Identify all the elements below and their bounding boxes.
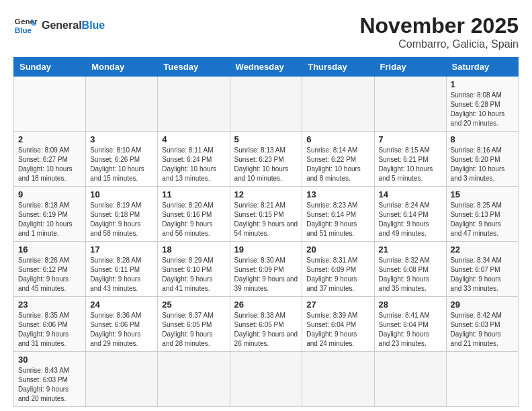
day-number: 4 <box>162 134 225 144</box>
calendar-cell: 25Sunrise: 8:37 AM Sunset: 6:05 PM Dayli… <box>158 297 230 352</box>
calendar-week-1: 2Sunrise: 8:09 AM Sunset: 6:27 PM Daylig… <box>14 132 519 187</box>
calendar-cell <box>302 77 374 132</box>
calendar-header-row: Sunday Monday Tuesday Wednesday Thursday… <box>14 58 519 77</box>
day-number: 22 <box>451 244 514 255</box>
day-info: Sunrise: 8:09 AM Sunset: 6:27 PM Dayligh… <box>18 146 81 183</box>
day-info: Sunrise: 8:15 AM Sunset: 6:21 PM Dayligh… <box>379 146 442 183</box>
calendar-cell <box>230 77 302 132</box>
day-info: Sunrise: 8:38 AM Sunset: 6:05 PM Dayligh… <box>234 311 298 349</box>
calendar-cell: 8Sunrise: 8:16 AM Sunset: 6:20 PM Daylig… <box>446 132 518 187</box>
day-number: 25 <box>162 300 225 310</box>
day-info: Sunrise: 8:32 AM Sunset: 6:08 PM Dayligh… <box>379 256 442 293</box>
calendar-week-2: 9Sunrise: 8:18 AM Sunset: 6:19 PM Daylig… <box>14 187 519 242</box>
day-number: 11 <box>162 189 225 199</box>
calendar-cell <box>446 352 518 407</box>
logo-icon: General Blue <box>13 13 38 38</box>
day-number: 26 <box>234 300 298 310</box>
header-saturday: Saturday <box>446 58 518 77</box>
day-info: Sunrise: 8:30 AM Sunset: 6:09 PM Dayligh… <box>234 256 298 293</box>
calendar-month-year: November 2025 <box>359 13 519 38</box>
calendar-cell: 2Sunrise: 8:09 AM Sunset: 6:27 PM Daylig… <box>14 132 86 187</box>
calendar-cell: 24Sunrise: 8:36 AM Sunset: 6:06 PM Dayli… <box>86 297 158 352</box>
day-info: Sunrise: 8:28 AM Sunset: 6:11 PM Dayligh… <box>90 256 153 293</box>
calendar-cell: 17Sunrise: 8:28 AM Sunset: 6:11 PM Dayli… <box>86 242 158 297</box>
day-number: 30 <box>18 355 81 365</box>
day-info: Sunrise: 8:08 AM Sunset: 6:28 PM Dayligh… <box>451 91 514 128</box>
day-info: Sunrise: 8:29 AM Sunset: 6:10 PM Dayligh… <box>162 256 225 293</box>
day-number: 17 <box>90 244 153 255</box>
calendar-cell <box>158 352 230 407</box>
day-number: 7 <box>379 134 442 144</box>
calendar-cell: 30Sunrise: 8:43 AM Sunset: 6:03 PM Dayli… <box>14 352 86 407</box>
logo-text: GeneralBlue <box>42 19 105 32</box>
calendar-cell: 7Sunrise: 8:15 AM Sunset: 6:21 PM Daylig… <box>374 132 446 187</box>
calendar-cell: 29Sunrise: 8:42 AM Sunset: 6:03 PM Dayli… <box>446 297 518 352</box>
day-info: Sunrise: 8:14 AM Sunset: 6:22 PM Dayligh… <box>306 146 369 183</box>
day-info: Sunrise: 8:42 AM Sunset: 6:03 PM Dayligh… <box>451 311 514 349</box>
header-sunday: Sunday <box>14 58 86 77</box>
day-number: 28 <box>379 300 442 310</box>
calendar-cell <box>374 352 446 407</box>
day-number: 15 <box>451 189 514 199</box>
logo: General Blue GeneralBlue <box>13 13 105 38</box>
day-number: 18 <box>162 244 225 255</box>
calendar-cell: 3Sunrise: 8:10 AM Sunset: 6:26 PM Daylig… <box>86 132 158 187</box>
day-info: Sunrise: 8:11 AM Sunset: 6:24 PM Dayligh… <box>162 146 225 183</box>
calendar-cell: 13Sunrise: 8:23 AM Sunset: 6:14 PM Dayli… <box>302 187 374 242</box>
day-info: Sunrise: 8:16 AM Sunset: 6:20 PM Dayligh… <box>451 146 514 183</box>
svg-text:Blue: Blue <box>15 26 32 34</box>
calendar-cell <box>302 352 374 407</box>
calendar-table: Sunday Monday Tuesday Wednesday Thursday… <box>13 57 519 407</box>
calendar-cell: 23Sunrise: 8:35 AM Sunset: 6:06 PM Dayli… <box>14 297 86 352</box>
day-info: Sunrise: 8:19 AM Sunset: 6:18 PM Dayligh… <box>90 201 153 238</box>
day-info: Sunrise: 8:20 AM Sunset: 6:16 PM Dayligh… <box>162 201 225 238</box>
calendar-cell: 9Sunrise: 8:18 AM Sunset: 6:19 PM Daylig… <box>14 187 86 242</box>
day-number: 12 <box>234 189 298 199</box>
day-number: 1 <box>451 79 514 89</box>
day-info: Sunrise: 8:35 AM Sunset: 6:06 PM Dayligh… <box>18 311 81 349</box>
day-info: Sunrise: 8:13 AM Sunset: 6:23 PM Dayligh… <box>234 146 298 183</box>
calendar-cell <box>230 352 302 407</box>
calendar-cell: 5Sunrise: 8:13 AM Sunset: 6:23 PM Daylig… <box>230 132 302 187</box>
day-info: Sunrise: 8:31 AM Sunset: 6:09 PM Dayligh… <box>306 256 369 293</box>
day-number: 5 <box>234 134 298 144</box>
calendar-cell <box>374 77 446 132</box>
calendar-cell: 27Sunrise: 8:39 AM Sunset: 6:04 PM Dayli… <box>302 297 374 352</box>
day-info: Sunrise: 8:26 AM Sunset: 6:12 PM Dayligh… <box>18 256 81 293</box>
calendar-cell <box>86 77 158 132</box>
calendar-location: Combarro, Galicia, Spain <box>359 38 519 50</box>
header-tuesday: Tuesday <box>158 58 230 77</box>
calendar-cell: 12Sunrise: 8:21 AM Sunset: 6:15 PM Dayli… <box>230 187 302 242</box>
day-info: Sunrise: 8:21 AM Sunset: 6:15 PM Dayligh… <box>234 201 298 238</box>
header-wednesday: Wednesday <box>230 58 302 77</box>
day-number: 23 <box>18 300 81 310</box>
calendar-week-0: 1Sunrise: 8:08 AM Sunset: 6:28 PM Daylig… <box>14 77 519 132</box>
calendar-cell: 18Sunrise: 8:29 AM Sunset: 6:10 PM Dayli… <box>158 242 230 297</box>
calendar-week-4: 23Sunrise: 8:35 AM Sunset: 6:06 PM Dayli… <box>14 297 519 352</box>
day-number: 3 <box>90 134 153 144</box>
calendar-cell: 20Sunrise: 8:31 AM Sunset: 6:09 PM Dayli… <box>302 242 374 297</box>
header-thursday: Thursday <box>302 58 374 77</box>
day-number: 27 <box>306 300 369 310</box>
day-number: 10 <box>90 189 153 199</box>
calendar-cell: 15Sunrise: 8:25 AM Sunset: 6:13 PM Dayli… <box>446 187 518 242</box>
day-info: Sunrise: 8:10 AM Sunset: 6:26 PM Dayligh… <box>90 146 153 183</box>
day-info: Sunrise: 8:36 AM Sunset: 6:06 PM Dayligh… <box>90 311 153 349</box>
day-number: 14 <box>379 189 442 199</box>
day-info: Sunrise: 8:43 AM Sunset: 6:03 PM Dayligh… <box>18 366 81 404</box>
day-info: Sunrise: 8:24 AM Sunset: 6:14 PM Dayligh… <box>379 201 442 238</box>
calendar-cell <box>158 77 230 132</box>
calendar-cell: 19Sunrise: 8:30 AM Sunset: 6:09 PM Dayli… <box>230 242 302 297</box>
day-info: Sunrise: 8:18 AM Sunset: 6:19 PM Dayligh… <box>18 201 81 238</box>
calendar-week-5: 30Sunrise: 8:43 AM Sunset: 6:03 PM Dayli… <box>14 352 519 407</box>
day-info: Sunrise: 8:34 AM Sunset: 6:07 PM Dayligh… <box>451 256 514 293</box>
day-number: 20 <box>306 244 369 255</box>
day-info: Sunrise: 8:39 AM Sunset: 6:04 PM Dayligh… <box>306 311 369 349</box>
day-number: 13 <box>306 189 369 199</box>
calendar-cell <box>86 352 158 407</box>
day-number: 9 <box>18 189 81 199</box>
calendar-week-3: 16Sunrise: 8:26 AM Sunset: 6:12 PM Dayli… <box>14 242 519 297</box>
calendar-cell: 14Sunrise: 8:24 AM Sunset: 6:14 PM Dayli… <box>374 187 446 242</box>
calendar-title-block: November 2025 Combarro, Galicia, Spain <box>359 13 519 50</box>
day-number: 8 <box>451 134 514 144</box>
